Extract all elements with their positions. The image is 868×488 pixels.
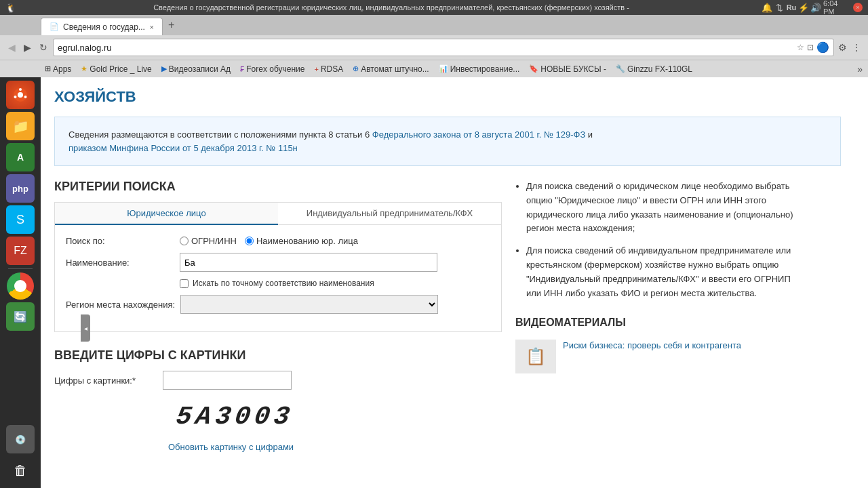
tab-label: Сведения о государ...	[63, 22, 145, 32]
bookmark-gold[interactable]: ★ Gold Price _ Live	[77, 64, 155, 75]
tab-legal-entity[interactable]: Юридическое лицо	[55, 203, 278, 225]
sidebar-item-php[interactable]: php	[6, 174, 35, 203]
sidebar-item-dvd[interactable]: 💿	[6, 425, 35, 453]
video-item: 📋 Риски бизнеса: проверь себя и контраге…	[515, 340, 800, 373]
network-icon[interactable]: ⇅	[774, 3, 784, 12]
sidebar-item-filezilla[interactable]: FZ	[6, 237, 35, 265]
bookmark-video[interactable]: ▶ Видеозаписи Ад	[157, 64, 235, 75]
law-link[interactable]: Федерального закона от 8 августа 2001 г.…	[372, 129, 585, 140]
sidebar-item-trash[interactable]: 🗑	[6, 456, 35, 485]
invest-icon: 📊	[439, 64, 448, 73]
bookmark-invest-label: Инвестирование...	[450, 64, 520, 74]
exact-match-row: Искать по точному соответствию наименова…	[180, 279, 490, 288]
captcha-refresh-row: Обновить картинку с цифрами	[168, 441, 502, 453]
bookmark-rdsa-label: RDSA	[321, 64, 343, 74]
bookmarks-overflow-button[interactable]: »	[854, 63, 865, 75]
bookmark-forex-label: Forex обучение	[246, 64, 304, 74]
captcha-refresh-link[interactable]: Обновить картинку с цифрами	[168, 442, 294, 452]
help-bullet-1: Для поиска сведений о юридическом лице н…	[526, 180, 800, 236]
videomaterials-section: ВИДЕОМАТЕРИАЛЫ 📋 Риски бизнеса: проверь …	[515, 314, 800, 373]
video-link[interactable]: Риски бизнеса: проверь себя и контрагент…	[563, 340, 741, 352]
radio-name[interactable]: Наименованию юр. лица	[245, 236, 358, 246]
tab-close-button[interactable]: ×	[150, 23, 154, 31]
nav-bar: ◀ ▶ ↻ egrul.nalog.ru ☆ ⊡ 🔵 ⚙ ⋮	[0, 35, 868, 60]
svg-point-2	[19, 88, 22, 91]
captcha-section-title: ВВЕДИТЕ ЦИФРЫ С КАРТИНКИ	[54, 348, 502, 363]
captcha-image: 5А3003	[167, 396, 302, 436]
radio-name-label: Наименованию юр. лица	[256, 236, 358, 246]
menu-button[interactable]: ⋮	[850, 41, 863, 54]
avtomat-icon: ⊕	[353, 64, 359, 73]
titlebar: 🐧 Сведения о государственной регистрации…	[0, 0, 868, 15]
close-button[interactable]: ×	[853, 3, 863, 12]
form-tabs-container: Юридическое лицо Индивидуальный предприн…	[54, 202, 502, 332]
order-link[interactable]: приказом Минфина России от 5 декабря 201…	[68, 143, 298, 153]
bookmark-ginzzu-label: Ginzzu FX-110GL	[627, 64, 692, 74]
bookmark-apps[interactable]: ⊞ Apps	[41, 64, 75, 75]
tab-icon: 📄	[50, 22, 59, 31]
sidebar-item-libreoffice[interactable]: A	[6, 143, 35, 171]
bookmark-ginzzu[interactable]: 🔧 Ginzzu FX-110GL	[612, 64, 696, 75]
bookmark-forex[interactable]: ₣ Forex обучение	[236, 64, 309, 75]
bookmark-star-icon[interactable]: ☆	[797, 43, 804, 52]
tab-bar: 📄 Сведения о государ... × +	[0, 15, 868, 35]
back-button[interactable]: ◀	[5, 41, 18, 54]
bookmark-avtomat-label: Автомат штучно...	[361, 64, 429, 74]
bookmark-avtomat[interactable]: ⊕ Автомат штучно...	[349, 64, 433, 75]
name-field-input[interactable]	[180, 253, 437, 272]
apps-grid-icon: ⊞	[45, 64, 51, 73]
name-field-label: Наименование:	[66, 258, 174, 268]
search-by-row: Поиск по: ОГРН/ИНН Наименованию юр. лица	[66, 236, 490, 246]
search-by-label: Поиск по:	[66, 236, 174, 246]
rdsa-icon: +	[314, 65, 318, 73]
svg-point-4	[24, 96, 27, 98]
sidebar-item-update[interactable]: 🔄	[6, 302, 35, 331]
bookmark-novye-label: НОВЫЕ БУКСЫ -	[540, 64, 606, 74]
forex-icon: ₣	[240, 65, 244, 73]
region-select[interactable]	[180, 295, 438, 314]
bluetooth-icon[interactable]: ⚡	[799, 3, 808, 12]
reload-button[interactable]: ↻	[37, 41, 50, 54]
sidebar-item-chrome[interactable]	[7, 272, 34, 300]
svg-point-3	[14, 96, 17, 98]
content-wrapper[interactable]: ХОЗЯЙСТВ Сведения размещаются в соответс…	[41, 77, 868, 488]
bookmark-novye[interactable]: 🔖 НОВЫЕ БУКСЫ -	[525, 64, 610, 75]
sidebar-item-files[interactable]: 📁	[6, 112, 35, 140]
sidebar-collapse-button[interactable]	[81, 314, 90, 342]
extensions-button[interactable]: ⚙	[837, 41, 848, 54]
exact-match-label: Искать по точному соответствию наименова…	[193, 279, 374, 288]
radio-name-input[interactable]	[245, 237, 254, 245]
bookmark-rdsa[interactable]: + RDSA	[310, 64, 347, 75]
ru-lang-icon[interactable]: Ru	[787, 3, 796, 12]
tab-individual[interactable]: Индивидуальный предприниматель/КФХ	[278, 203, 501, 225]
video-section-title: ВИДЕОМАТЕРИАЛЫ	[515, 314, 800, 331]
bookmarks-bar: ⊞ Apps ★ Gold Price _ Live ▶ Видеозаписи…	[0, 60, 868, 77]
info-box: Сведения размещаются в соответствии с по…	[54, 117, 841, 166]
sidebar-item-ubuntu[interactable]	[6, 81, 35, 109]
radio-ogrn-input[interactable]	[180, 237, 189, 245]
captcha-section: ВВЕДИТЕ ЦИФРЫ С КАРТИНКИ Цифры с картинк…	[54, 348, 502, 453]
sidebar: 📁 A php S FZ 🔄 💿 🗑	[0, 77, 41, 488]
bookmark-apps-label: Apps	[53, 64, 71, 74]
radio-ogrn[interactable]: ОГРН/ИНН	[180, 236, 237, 246]
form-tab-row: Юридическое лицо Индивидуальный предприн…	[55, 203, 501, 225]
forward-button[interactable]: ▶	[21, 41, 34, 54]
and-text: и	[588, 129, 593, 140]
address-bar[interactable]: egrul.nalog.ru ☆ ⊡ 🔵	[53, 39, 834, 56]
volume-icon[interactable]: 🔊	[811, 3, 821, 12]
captcha-input[interactable]	[163, 371, 292, 390]
help-bullets: Для поиска сведений о юридическом лице н…	[515, 180, 800, 300]
cast-icon[interactable]: ⊡	[807, 43, 814, 52]
exact-match-checkbox[interactable]	[180, 279, 189, 288]
new-tab-button[interactable]: +	[163, 16, 180, 34]
notification-icon[interactable]: 🔔	[762, 3, 772, 12]
bookmark-invest[interactable]: 📊 Инвестирование...	[435, 64, 524, 75]
novye-icon: 🔖	[529, 64, 538, 73]
bookmark-gold-label: Gold Price _ Live	[90, 64, 151, 74]
active-tab[interactable]: 📄 Сведения о государ... ×	[41, 18, 163, 35]
sidebar-divider	[8, 268, 33, 269]
clock: 6:04 PM	[823, 3, 850, 12]
chromium-icon[interactable]: 🔵	[816, 41, 829, 54]
region-label: Регион места нахождения:	[66, 300, 175, 310]
sidebar-item-skype[interactable]: S	[6, 205, 35, 234]
